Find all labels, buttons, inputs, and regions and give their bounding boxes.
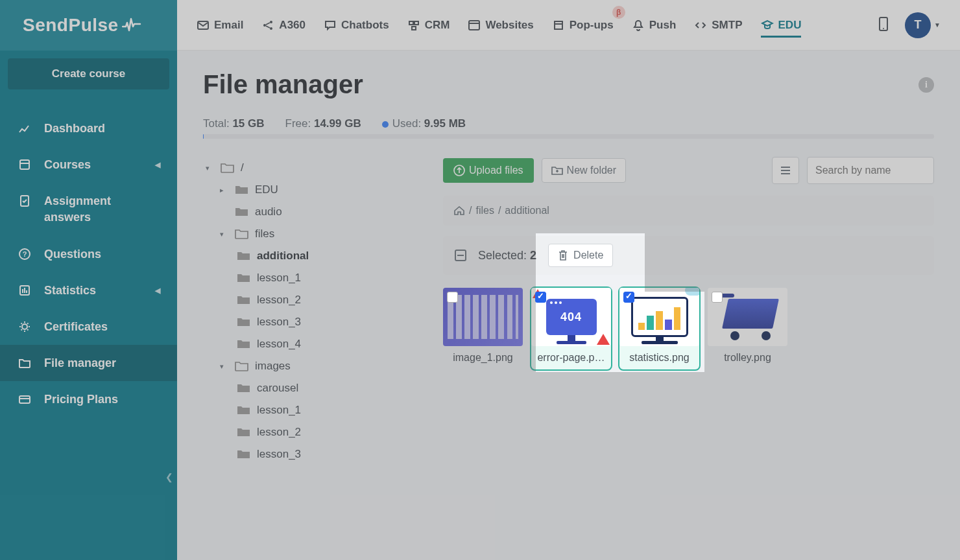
search-box [807, 157, 934, 184]
file-name: image_1.png [443, 346, 523, 369]
chevron-left-icon: ◀ [155, 286, 160, 295]
stats-icon [17, 283, 32, 298]
tree-row[interactable]: lesson_1 [203, 267, 437, 289]
home-icon[interactable] [453, 205, 465, 216]
upload-files-button[interactable]: Upload files [443, 158, 534, 183]
tree-row[interactable]: ▾images [203, 355, 437, 377]
tree-row[interactable]: lesson_2 [203, 421, 437, 443]
edu-icon [761, 19, 774, 32]
sidebar-collapse-toggle[interactable]: ❮ [165, 472, 173, 482]
topnav-a360[interactable]: A360 [261, 15, 306, 36]
search-input[interactable] [807, 157, 934, 184]
topnav-websites[interactable]: Websites [468, 15, 533, 36]
chat-icon [324, 19, 337, 32]
file-card[interactable]: statistics.png [619, 288, 699, 369]
select-all-checkbox[interactable] [455, 250, 466, 261]
chevron-down-icon: ▾ [206, 164, 215, 172]
sidebar-item-pricing-plans[interactable]: Pricing Plans [0, 381, 177, 417]
new-folder-button[interactable]: New folder [542, 158, 626, 183]
file-name: statistics.png [619, 346, 699, 369]
brand-logo[interactable]: SendPulse [0, 0, 177, 51]
file-card[interactable]: 404 error-page.p… [531, 288, 611, 369]
svg-rect-10 [19, 396, 30, 403]
brand-name: SendPulse [23, 15, 119, 36]
content: File manager i Total: 15 GB Free: 14.99 … [177, 51, 960, 560]
topnav-crm[interactable]: CRM [407, 15, 450, 36]
svg-rect-21 [555, 21, 562, 29]
tree-label: / [241, 161, 244, 174]
sidebar-item-courses[interactable]: Courses ◀ [0, 146, 177, 183]
sidebar-item-questions[interactable]: ? Questions [0, 236, 177, 272]
file-thumb [619, 288, 699, 346]
sidebar-label: File manager [44, 356, 116, 370]
svg-rect-6 [22, 289, 23, 293]
list-view-toggle[interactable] [772, 157, 799, 184]
tree-row[interactable]: lesson_4 [203, 333, 437, 355]
file-checkbox[interactable] [712, 292, 723, 303]
file-checkbox[interactable] [447, 292, 458, 303]
account-menu[interactable]: T ▼ [905, 12, 941, 38]
storage-used: 9.95 MB [424, 117, 466, 130]
svg-point-13 [263, 24, 266, 27]
folder-icon [237, 294, 251, 306]
file-toolbar: Upload files New folder [443, 157, 934, 184]
tree-row[interactable]: lesson_3 [203, 311, 437, 333]
sidebar-label: Questions [44, 248, 101, 261]
file-card[interactable]: trolley.png [708, 288, 787, 369]
sidebar-label: Assignment answers [44, 193, 135, 226]
sidebar-label: Certificates [44, 320, 108, 334]
file-card[interactable]: image_1.png [443, 288, 523, 369]
folder-tree: ▾/ ▸EDU audio ▾files additional lesson_1… [203, 157, 437, 465]
svg-rect-19 [469, 21, 479, 30]
tree-label: lesson_2 [257, 426, 301, 439]
topnav-popups[interactable]: Pop-upsβ [552, 15, 614, 36]
file-grid: image_1.png 404 error-page.p… [443, 288, 934, 369]
storage-free: 14.99 GB [314, 117, 361, 130]
tree-row[interactable]: audio [203, 201, 437, 223]
tree-label: carousel [257, 382, 298, 395]
tree-row[interactable]: lesson_3 [203, 443, 437, 465]
tree-label: audio [255, 205, 282, 218]
sidebar-item-statistics[interactable]: Statistics ◀ [0, 272, 177, 309]
upload-icon [453, 165, 465, 176]
topnav-label: Websites [485, 19, 533, 32]
bc-part[interactable]: additional [505, 205, 549, 216]
folder-icon [237, 449, 251, 460]
folder-icon [237, 382, 251, 394]
mobile-icon[interactable] [878, 16, 889, 34]
svg-rect-8 [26, 290, 27, 293]
tree-row[interactable]: ▸EDU [203, 179, 437, 201]
folder-icon [237, 272, 251, 284]
tree-row[interactable]: ▾files [203, 223, 437, 245]
topnav-email[interactable]: Email [197, 15, 243, 36]
svg-point-14 [270, 21, 272, 23]
tree-row[interactable]: lesson_2 [203, 289, 437, 311]
sidebar-item-dashboard[interactable]: Dashboard [0, 110, 177, 146]
folder-icon [237, 426, 251, 438]
file-thumb [708, 288, 787, 346]
file-name: error-page.p… [531, 346, 611, 369]
sidebar: SendPulse Create course Dashboard Course… [0, 0, 177, 560]
file-checkbox[interactable] [535, 292, 546, 303]
create-course-button[interactable]: Create course [8, 58, 169, 89]
chevron-down-icon: ▾ [220, 230, 229, 239]
file-checkbox[interactable] [623, 292, 634, 303]
topnav-push[interactable]: Push [632, 15, 677, 36]
code-icon [694, 19, 707, 32]
svg-rect-18 [412, 27, 416, 30]
info-icon[interactable]: i [918, 77, 934, 93]
tree-row-active[interactable]: additional [203, 245, 437, 267]
topnav-edu[interactable]: EDU [761, 15, 802, 38]
tree-row[interactable]: lesson_1 [203, 399, 437, 421]
sidebar-item-certificates[interactable]: Certificates [0, 309, 177, 345]
bc-part[interactable]: files [475, 205, 494, 216]
sidebar-item-assignment-answers[interactable]: Assignment answers [0, 183, 177, 236]
tree-row[interactable]: carousel [203, 377, 437, 399]
topnav-label: Email [214, 19, 243, 32]
topnav-smtp[interactable]: SMTP [694, 15, 742, 36]
delete-button[interactable]: Delete [548, 244, 613, 267]
topnav-chatbots[interactable]: Chatbots [324, 15, 389, 36]
sidebar-item-file-manager[interactable]: File manager [0, 345, 177, 381]
question-icon: ? [17, 246, 32, 262]
tree-row-root[interactable]: ▾/ [203, 157, 437, 179]
